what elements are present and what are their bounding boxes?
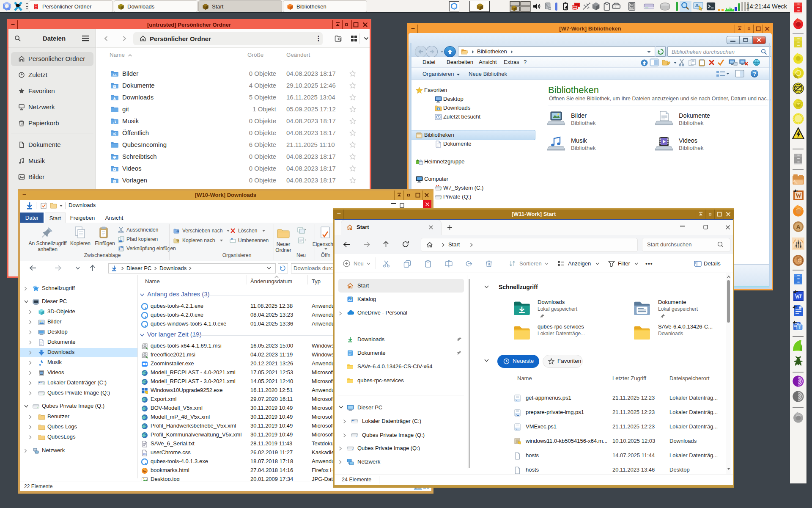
svg-text:W: W: [796, 193, 801, 199]
svg-text:T: T: [798, 325, 801, 330]
svg-text:C: C: [798, 258, 801, 264]
svg-text:css: css: [143, 453, 147, 455]
svg-text:A: A: [796, 224, 800, 230]
